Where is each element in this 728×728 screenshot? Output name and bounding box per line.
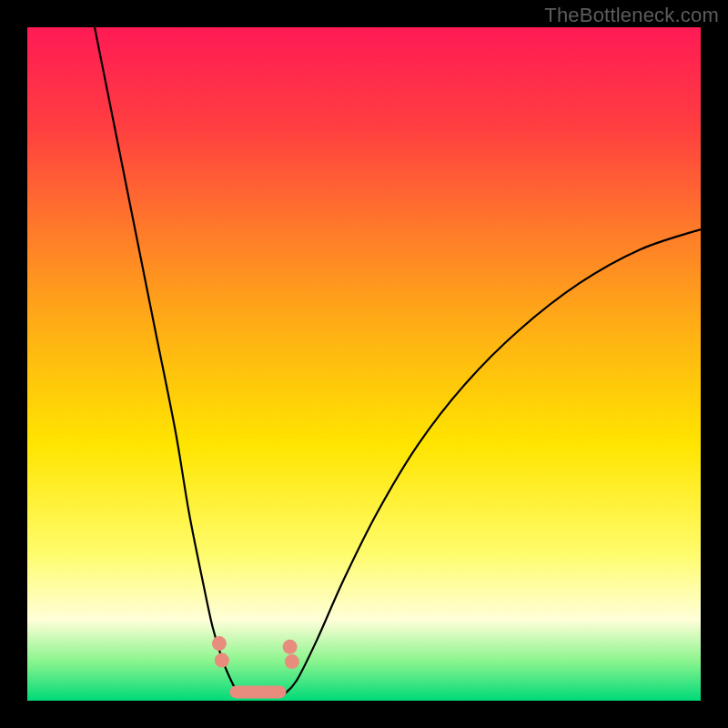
marker-dot — [285, 654, 299, 669]
gradient-plot-area — [27, 27, 701, 701]
marker-dot — [283, 640, 298, 654]
watermark-text: TheBottleneck.com — [544, 4, 719, 27]
marker-dot — [215, 653, 229, 668]
curve-left — [95, 27, 239, 695]
marker-dot — [212, 636, 227, 651]
chart-svg — [27, 27, 701, 701]
curve-right — [283, 229, 701, 695]
